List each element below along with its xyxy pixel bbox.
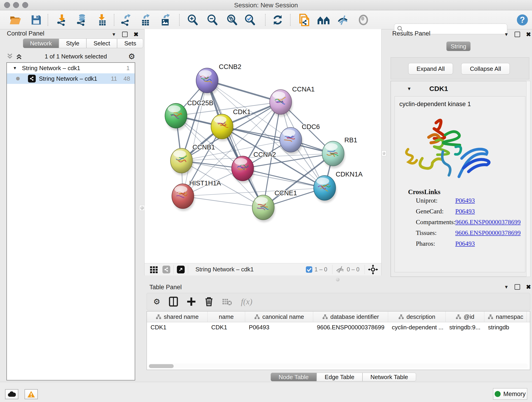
edge-HIST1H1A-CCNE1[interactable] bbox=[183, 196, 263, 207]
network-row-selected[interactable]: String Network – cdk1 11 48 bbox=[7, 73, 135, 84]
crosslink-value-link[interactable]: P06493 bbox=[455, 197, 475, 204]
edge-CCNB2-CCNE1[interactable] bbox=[207, 80, 263, 207]
collapse-all-button[interactable]: Collapse All bbox=[461, 63, 510, 75]
table-scrollbar-thumb[interactable] bbox=[149, 364, 174, 368]
edge-CCNA2-CDKN1A[interactable] bbox=[243, 168, 325, 188]
zoom-out-button[interactable] bbox=[206, 13, 219, 26]
memory-button[interactable]: Memory bbox=[493, 388, 527, 400]
node-CCNA1[interactable]: CCNA1 bbox=[270, 85, 315, 117]
cell-shared-name[interactable]: CDK1 bbox=[147, 322, 208, 332]
collapse-all-networks-icon[interactable] bbox=[6, 53, 14, 60]
home-button[interactable] bbox=[317, 13, 330, 26]
tab-string[interactable]: String bbox=[446, 41, 471, 51]
tab-style[interactable]: Style bbox=[59, 38, 86, 48]
clone-network-button[interactable] bbox=[298, 13, 310, 26]
import-network-database-button[interactable] bbox=[75, 13, 88, 26]
network-canvas[interactable]: CCNB2CCNA1CDC25BCDK1CDC6RB1CCNB1CCNA2CDK… bbox=[144, 29, 381, 263]
column-header-database-identifier[interactable]: database identifier bbox=[313, 312, 388, 322]
node-CDC25B[interactable]: CDC25B bbox=[165, 99, 213, 130]
cloud-button[interactable] bbox=[5, 389, 18, 399]
node-HIST1H1A[interactable]: HIST1H1A bbox=[172, 179, 221, 211]
edge-CCNB2-HIST1H1A[interactable] bbox=[183, 80, 207, 196]
delete-table-icon[interactable] bbox=[222, 298, 232, 306]
table-panel-float-button[interactable] bbox=[515, 284, 520, 290]
network-collection-row[interactable]: ▼ String Network – cdk1 1 bbox=[7, 63, 135, 73]
tab-sets[interactable]: Sets bbox=[117, 38, 143, 48]
control-panel-float-button[interactable] bbox=[122, 32, 128, 37]
hide-selected-button[interactable] bbox=[336, 13, 349, 26]
node-CDC6[interactable]: CDC6 bbox=[280, 123, 320, 154]
zoom-fit-button[interactable] bbox=[225, 13, 238, 26]
pan-crosshair-icon[interactable] bbox=[368, 264, 378, 274]
zoom-selected-button[interactable] bbox=[243, 13, 256, 26]
open-session-button[interactable] bbox=[9, 13, 22, 26]
add-column-icon[interactable] bbox=[187, 297, 196, 306]
column-header-namespac[interactable]: namespac bbox=[484, 312, 527, 322]
tab-network[interactable]: Network bbox=[23, 38, 59, 48]
cell-namespac[interactable]: stringdb bbox=[484, 322, 527, 332]
table-options-gear-icon[interactable]: ⚙ bbox=[153, 298, 160, 306]
results-scrollbar[interactable] bbox=[526, 81, 530, 277]
bottom-splitter-grip[interactable] bbox=[336, 278, 340, 281]
results-panel-close-button[interactable]: ✖ bbox=[526, 32, 531, 37]
column-header-name[interactable]: name bbox=[208, 312, 245, 322]
function-builder-icon[interactable]: f(x) bbox=[241, 297, 252, 306]
hidden-items-eye-icon[interactable] bbox=[336, 266, 345, 273]
table-horizontal-scrollbar[interactable] bbox=[148, 364, 528, 369]
cell-name[interactable]: CDK1 bbox=[208, 322, 245, 332]
node-CDKN1A[interactable]: CDKN1A bbox=[314, 171, 363, 203]
control-panel-menu-button[interactable]: ▼ bbox=[112, 32, 116, 37]
column-header-canonical-name[interactable]: canonical name bbox=[245, 312, 313, 322]
node-CCNE1[interactable]: CCNE1 bbox=[252, 189, 297, 222]
cell--id[interactable]: stringdb:9... bbox=[446, 322, 484, 332]
export-image-button[interactable] bbox=[159, 13, 172, 26]
right-splitter-grip[interactable] bbox=[382, 151, 386, 156]
string-view-icon[interactable] bbox=[162, 266, 170, 274]
column-header--id[interactable]: @id bbox=[446, 312, 484, 322]
left-splitter-grip[interactable] bbox=[139, 205, 145, 211]
export-network-button[interactable] bbox=[120, 13, 133, 26]
tab-edge-table[interactable]: Edge Table bbox=[317, 373, 362, 381]
control-panel-close-button[interactable]: ✖ bbox=[133, 32, 139, 37]
node-table[interactable]: shared namenamecanonical namedatabase id… bbox=[147, 311, 530, 370]
tab-select[interactable]: Select bbox=[86, 38, 117, 48]
zoom-in-button[interactable] bbox=[186, 13, 199, 26]
table-row[interactable]: CDK1CDK1P064939606.ENSP00000378699cyclin… bbox=[147, 322, 530, 332]
column-header-description[interactable]: description bbox=[388, 312, 446, 322]
results-panel-float-button[interactable] bbox=[515, 32, 520, 37]
entry-caret-icon[interactable]: ▼ bbox=[407, 86, 412, 91]
save-session-button[interactable] bbox=[30, 13, 43, 26]
cell-canonical-name[interactable]: P06493 bbox=[245, 322, 313, 332]
table-panel-menu-button[interactable]: ▼ bbox=[504, 284, 509, 290]
tab-network-table[interactable]: Network Table bbox=[362, 373, 416, 381]
show-all-button[interactable] bbox=[357, 13, 370, 26]
results-entry-header[interactable]: ▼ CDK1 bbox=[391, 81, 529, 96]
refresh-layout-button[interactable] bbox=[271, 13, 284, 26]
open-in-new-window-icon[interactable] bbox=[177, 266, 185, 274]
column-header-shared-name[interactable]: shared name bbox=[147, 312, 208, 322]
network-graph[interactable]: CCNB2CCNA1CDC25BCDK1CDC6RB1CCNB1CCNA2CDK… bbox=[145, 29, 381, 263]
warnings-button[interactable] bbox=[25, 389, 38, 399]
network-options-gear-icon[interactable]: ⚙ bbox=[128, 52, 135, 60]
crosslink-value-link[interactable]: P06493 bbox=[455, 208, 475, 215]
crosslink-value-link[interactable]: 9606.ENSP00000378699 bbox=[455, 218, 520, 226]
table-panel-close-button[interactable]: ✖ bbox=[526, 285, 531, 289]
show-columns-icon[interactable] bbox=[169, 297, 178, 307]
export-table-button[interactable] bbox=[139, 13, 152, 26]
delete-column-icon[interactable] bbox=[205, 297, 213, 307]
help-button[interactable]: ? bbox=[516, 13, 529, 26]
selected-nodes-checkbox-icon[interactable] bbox=[305, 266, 313, 273]
expand-all-networks-icon[interactable] bbox=[16, 53, 23, 60]
node-CCNB2[interactable]: CCNB2 bbox=[196, 63, 241, 95]
cell-database-identifier[interactable]: 9606.ENSP00000378699 bbox=[313, 322, 388, 332]
cell-description[interactable]: cyclin-dependent ... bbox=[388, 322, 446, 332]
node-CCNA2[interactable]: CCNA2 bbox=[232, 151, 276, 183]
node-RB1[interactable]: RB1 bbox=[322, 136, 357, 168]
crosslink-value-link[interactable]: 9606.ENSP00000378699 bbox=[455, 229, 520, 236]
results-panel-menu-button[interactable]: ▼ bbox=[504, 32, 509, 37]
import-network-file-button[interactable] bbox=[56, 13, 68, 26]
tab-node-table[interactable]: Node Table bbox=[271, 373, 317, 381]
crosslink-value-link[interactable]: P06493 bbox=[455, 240, 475, 247]
expand-all-button[interactable]: Expand All bbox=[408, 63, 453, 75]
birds-eye-view-icon[interactable] bbox=[149, 265, 158, 274]
